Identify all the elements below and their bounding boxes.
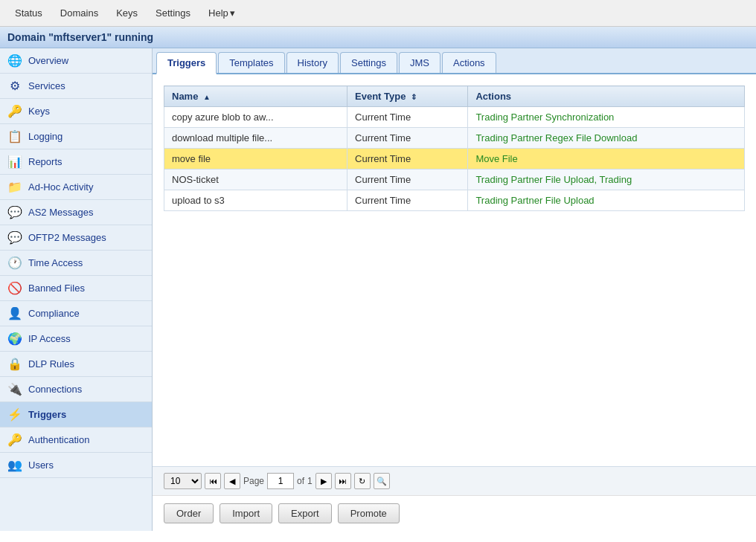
cell-actions[interactable]: Trading Partner Synchronization [468, 107, 745, 128]
sidebar-item-overview[interactable]: 🌐 Overview [0, 48, 152, 74]
last-page-button[interactable]: ⏭ [335, 473, 351, 489]
tab-triggers[interactable]: Triggers [156, 52, 217, 74]
tab-history[interactable]: History [286, 52, 339, 73]
col-header-name[interactable]: Name ▲ [164, 86, 347, 107]
cell-event-type: Current Time [347, 107, 468, 128]
sidebar-item-logging[interactable]: 📋 Logging [0, 124, 152, 149]
cell-name: copy azure blob to aw... [164, 107, 347, 128]
table-row[interactable]: copy azure blob to aw... Current Time Tr… [164, 107, 745, 128]
sidebar-item-timeaccess[interactable]: 🕐 Time Access [0, 251, 152, 276]
table-row[interactable]: move file Current Time Move File [164, 149, 745, 170]
timeaccess-icon: 🕐 [7, 256, 22, 270]
adhoc-icon: 📁 [7, 180, 22, 194]
of-label: of [297, 476, 304, 486]
help-dropdown-arrow: ▾ [230, 7, 235, 19]
col-header-event-type[interactable]: Event Type ⇕ [347, 86, 468, 107]
overview-icon: 🌐 [7, 54, 22, 68]
table-row[interactable]: upload to s3 Current Time Trading Partne… [164, 190, 745, 211]
tab-jms[interactable]: JMS [399, 52, 441, 73]
bannedfiles-icon: 🚫 [7, 281, 22, 295]
name-sort-icon: ▲ [203, 93, 211, 101]
eventtype-sort-icon: ⇕ [411, 93, 417, 101]
tab-actions[interactable]: Actions [442, 52, 496, 73]
cell-actions[interactable]: Trading Partner File Upload [468, 190, 745, 211]
content-area: Triggers Templates History Settings JMS … [153, 48, 756, 531]
sidebar-item-authentication[interactable]: 🔑 Authentication [0, 428, 152, 453]
cell-event-type: Current Time [347, 170, 468, 190]
keys-icon: 🔑 [7, 104, 22, 118]
cell-event-type: Current Time [347, 128, 468, 149]
sidebar-item-services[interactable]: ⚙ Services [0, 74, 152, 99]
refresh-button[interactable]: ↻ [354, 473, 371, 489]
sidebar-item-compliance[interactable]: 👤 Compliance [0, 301, 152, 326]
total-pages: 1 [307, 476, 313, 486]
top-menu-bar: Status Domains Keys Settings Help ▾ [0, 0, 756, 27]
main-layout: 🌐 Overview ⚙ Services 🔑 Keys 📋 Logging 📊… [0, 48, 756, 531]
sidebar-item-ipaccess[interactable]: 🌍 IP Access [0, 326, 152, 352]
users-icon: 👥 [7, 458, 22, 472]
first-page-button[interactable]: ⏮ [205, 473, 221, 489]
table-area: Name ▲ Event Type ⇕ Actions copy az [153, 74, 756, 466]
menu-item-keys[interactable]: Keys [109, 4, 145, 22]
triggers-table: Name ▲ Event Type ⇕ Actions copy az [164, 86, 745, 211]
sidebar-item-adhoc[interactable]: 📁 Ad-Hoc Activity [0, 175, 152, 200]
col-header-actions: Actions [468, 86, 745, 107]
sidebar-item-oftp2[interactable]: 💬 OFTP2 Messages [0, 225, 152, 251]
as2-icon: 💬 [7, 205, 22, 219]
pagination-bar: 10 25 50 100 ⏮ ◀ Page of 1 ▶ ⏭ ↻ 🔍 [153, 466, 756, 495]
cell-actions[interactable]: Trading Partner File Upload, Trading [468, 170, 745, 190]
dlprules-icon: 🔒 [7, 357, 22, 371]
tab-bar: Triggers Templates History Settings JMS … [153, 48, 756, 74]
menu-item-domains[interactable]: Domains [53, 4, 106, 22]
domain-header: Domain "mftserver1" running [0, 27, 756, 48]
oftp2-icon: 💬 [7, 230, 22, 245]
menu-item-settings[interactable]: Settings [148, 4, 198, 22]
next-page-button[interactable]: ▶ [315, 473, 332, 489]
services-icon: ⚙ [7, 79, 22, 93]
sidebar-item-triggers[interactable]: ⚡ Triggers [0, 402, 152, 428]
authentication-icon: 🔑 [7, 433, 22, 447]
sidebar-item-as2[interactable]: 💬 AS2 Messages [0, 200, 152, 225]
cell-event-type: Current Time [347, 190, 468, 211]
export-button[interactable]: Export [278, 503, 332, 523]
sidebar-item-reports[interactable]: 📊 Reports [0, 149, 152, 175]
menu-item-help[interactable]: Help ▾ [201, 4, 243, 22]
reports-icon: 📊 [7, 155, 22, 169]
page-size-select[interactable]: 10 25 50 100 [164, 473, 202, 489]
cell-name: download multiple file... [164, 128, 347, 149]
prev-page-button[interactable]: ◀ [224, 473, 240, 489]
menu-item-status[interactable]: Status [7, 4, 50, 22]
cell-name: move file [164, 149, 347, 170]
ipaccess-icon: 🌍 [7, 332, 22, 346]
sidebar-item-bannedfiles[interactable]: 🚫 Banned Files [0, 276, 152, 301]
connections-icon: 🔌 [7, 382, 22, 396]
cell-event-type: Current Time [347, 149, 468, 170]
search-button[interactable]: 🔍 [374, 473, 390, 489]
compliance-icon: 👤 [7, 306, 22, 320]
tab-templates[interactable]: Templates [218, 52, 284, 73]
sidebar-item-keys[interactable]: 🔑 Keys [0, 99, 152, 124]
sidebar: 🌐 Overview ⚙ Services 🔑 Keys 📋 Logging 📊… [0, 48, 153, 531]
triggers-icon: ⚡ [7, 407, 22, 422]
cell-name: upload to s3 [164, 190, 347, 211]
sidebar-item-dlprules[interactable]: 🔒 DLP Rules [0, 352, 152, 377]
page-number-input[interactable] [267, 473, 294, 489]
promote-button[interactable]: Promote [338, 503, 400, 523]
import-button[interactable]: Import [220, 503, 272, 523]
sidebar-item-users[interactable]: 👥 Users [0, 453, 152, 478]
table-row[interactable]: NOS-ticket Current Time Trading Partner … [164, 170, 745, 190]
page-label: Page [243, 476, 264, 486]
order-button[interactable]: Order [164, 503, 214, 523]
logging-icon: 📋 [7, 129, 22, 143]
cell-actions[interactable]: Trading Partner Regex File Download [468, 128, 745, 149]
action-buttons-bar: Order Import Export Promote [153, 495, 756, 531]
sidebar-item-connections[interactable]: 🔌 Connections [0, 377, 152, 402]
tab-settings[interactable]: Settings [340, 52, 397, 73]
table-row[interactable]: download multiple file... Current Time T… [164, 128, 745, 149]
cell-name: NOS-ticket [164, 170, 347, 190]
cell-actions[interactable]: Move File [468, 149, 745, 170]
